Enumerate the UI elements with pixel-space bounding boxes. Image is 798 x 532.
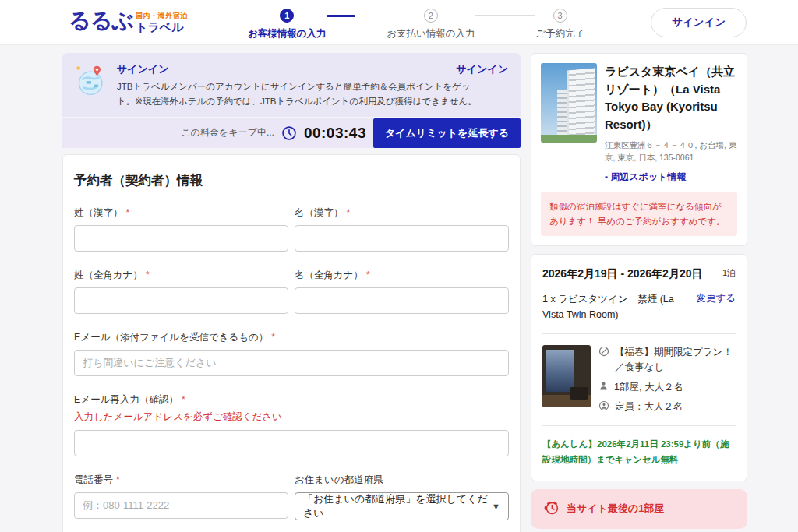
booking-summary-card: 2026年2月19日 - 2026年2月20日 1泊 1 x ラビスタツイン 禁… bbox=[531, 254, 747, 481]
first-name-kanji-label: 名（漢字）* bbox=[295, 206, 509, 220]
main-content: サインイン サインイン JTBトラベルメンバーのアカウントにサインインすると簡単… bbox=[0, 45, 798, 532]
required-mark: * bbox=[271, 332, 275, 343]
hotel-name: ラビスタ東京ベイ（共立リゾート）（La Vista Tokyo Bay (Kyo… bbox=[605, 63, 737, 133]
last-name-kanji-input[interactable] bbox=[74, 225, 288, 252]
room-name: 1 x ラビスタツイン 禁煙 (La Vista Twin Room) bbox=[542, 292, 690, 322]
rurubu-logo[interactable]: るるぶ 国内・海外宿泊 トラベル bbox=[69, 10, 187, 34]
step-complete: 3 ご予約完了 bbox=[535, 9, 584, 41]
hotel-address: 江東区豊洲６－４－４０, お台場, 東京, 東京, 日本, 135-0061 bbox=[605, 139, 737, 164]
step-customer-info: 1 お客様情報の入力 bbox=[248, 9, 327, 41]
change-room-link[interactable]: 変更する bbox=[696, 292, 736, 322]
booker-info-form: 予約者（契約者）情報 姓（漢字）* 名（漢字）* 姓（全角カナ）* 名（全角カナ… bbox=[62, 154, 521, 532]
email-confirm-input[interactable] bbox=[74, 430, 509, 456]
step-payment-info: 2 お支払い情報の入力 bbox=[387, 9, 475, 41]
step-3-circle: 3 bbox=[553, 9, 567, 23]
required-mark: * bbox=[116, 474, 120, 485]
last-room-banner: 当サイト最後の1部屋 bbox=[531, 489, 747, 529]
first-name-kanji-input[interactable] bbox=[295, 225, 509, 252]
signin-banner-link[interactable]: サインイン bbox=[456, 62, 508, 76]
phone-input[interactable] bbox=[74, 492, 288, 519]
globe-pin-icon bbox=[75, 64, 109, 98]
divider bbox=[542, 425, 736, 426]
signin-banner: サインイン サインイン JTBトラベルメンバーのアカウントにサインインすると簡単… bbox=[62, 53, 521, 117]
signin-banner-title: サインイン bbox=[117, 62, 169, 76]
step-1-label: お客様情報の入力 bbox=[248, 27, 327, 41]
required-mark: * bbox=[146, 270, 150, 280]
header-signin-button[interactable]: サインイン bbox=[651, 8, 747, 37]
plan-name: 【福春】期間限定プラン！／食事なし bbox=[615, 345, 736, 375]
required-mark: * bbox=[182, 394, 185, 405]
alarm-clock-icon bbox=[543, 499, 560, 519]
last-name-kana-input[interactable] bbox=[74, 287, 288, 314]
last-name-kanji-label: 姓（漢字）* bbox=[74, 206, 288, 220]
prefecture-select[interactable]: 「お住まいの都道府県」を選択してください ▼ bbox=[295, 492, 509, 520]
required-mark: * bbox=[366, 270, 370, 280]
prefecture-select-value: 「お住まいの都道府県」を選択してください bbox=[303, 492, 492, 520]
form-title: 予約者（契約者）情報 bbox=[74, 172, 509, 189]
room-capacity: 定員：大人２名 bbox=[615, 400, 683, 414]
free-cancellation-note: 【あんしん】2026年2月11日 23:59より前（施設現地時間）までキャンセル… bbox=[542, 437, 736, 467]
page-header: るるぶ 国内・海外宿泊 トラベル 1 お客様情報の入力 2 お支払い情報の入力 … bbox=[0, 0, 798, 45]
email-label: Eメール（添付ファイルを受信できるもの）* bbox=[74, 331, 509, 344]
signin-banner-description: JTBトラベルメンバーのアカウントにサインインすると簡単予約＆会員ポイントをゲッ… bbox=[117, 79, 483, 109]
step-2-circle: 2 bbox=[424, 9, 438, 23]
nearby-spots-link[interactable]: - 周辺スポット情報 bbox=[605, 171, 737, 184]
first-name-kana-label: 名（全角カナ）* bbox=[295, 269, 509, 282]
phone-label: 電話番号* bbox=[74, 474, 288, 487]
rate-keep-text: この料金をキープ中... bbox=[181, 126, 274, 139]
progress-stepper: 1 お客様情報の入力 2 お支払い情報の入力 3 ご予約完了 bbox=[248, 9, 584, 41]
extend-time-limit-button[interactable]: タイムリミットを延長する bbox=[373, 118, 521, 148]
person-icon bbox=[598, 380, 609, 394]
capacity-icon bbox=[598, 400, 609, 414]
no-meal-icon bbox=[598, 345, 609, 360]
chevron-down-icon: ▼ bbox=[492, 502, 500, 511]
rate-hold-timer-bar: この料金をキープ中... 00:03:43 タイムリミットを延長する bbox=[62, 118, 521, 148]
room-photo bbox=[542, 345, 591, 407]
email-confirm-label: Eメール再入力（確認）* bbox=[74, 393, 509, 407]
last-name-kana-label: 姓（全角カナ）* bbox=[74, 269, 288, 282]
step-connector-1 bbox=[327, 15, 387, 17]
email-input[interactable] bbox=[74, 350, 509, 376]
last-room-text: 当サイト最後の1部屋 bbox=[567, 502, 664, 516]
logo-text-sub: トラベル bbox=[136, 21, 188, 34]
stay-dates: 2026年2月19日 - 2026年2月20日 bbox=[542, 267, 702, 281]
email-confirm-warning: 入力したメールアドレスを必ずご確認ください bbox=[74, 410, 509, 424]
nights-count: 1泊 bbox=[722, 267, 736, 279]
required-mark: * bbox=[126, 207, 130, 218]
required-mark: * bbox=[347, 207, 351, 218]
room-occupancy: 1部屋, 大人２名 bbox=[614, 380, 683, 395]
timer-clock-icon bbox=[281, 125, 297, 141]
first-name-kana-input[interactable] bbox=[295, 287, 509, 314]
logo-text-main: るるぶ bbox=[69, 10, 133, 32]
step-2-label: お支払い情報の入力 bbox=[387, 27, 475, 41]
hotel-photo bbox=[541, 63, 597, 143]
step-connector-2 bbox=[475, 15, 536, 16]
hotel-summary-card: ラビスタ東京ベイ（共立リゾート）（La Vista Tokyo Bay (Kyo… bbox=[531, 53, 747, 246]
step-1-circle: 1 bbox=[280, 9, 294, 23]
availability-warning: 類似の宿泊施設はすぐに満室になる傾向があります！ 早めのご予約がおすすめです。 bbox=[541, 192, 737, 237]
divider bbox=[542, 333, 736, 334]
step-3-label: ご予約完了 bbox=[535, 27, 584, 41]
countdown-time: 00:03:43 bbox=[304, 125, 366, 142]
prefecture-label: お住まいの都道府県 bbox=[295, 474, 509, 487]
